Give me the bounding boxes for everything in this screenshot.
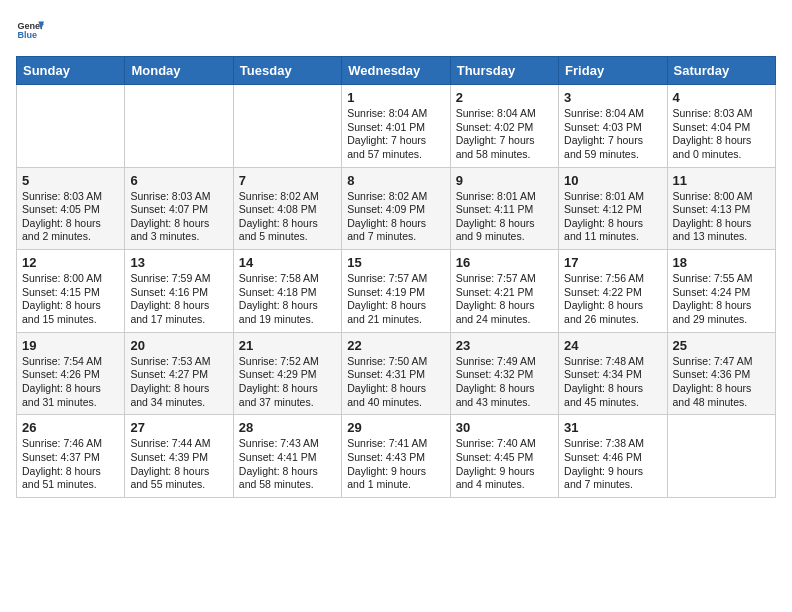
- cell-content: Sunset: 4:21 PM: [456, 286, 553, 300]
- calendar-cell: 3Sunrise: 8:04 AMSunset: 4:03 PMDaylight…: [559, 85, 667, 168]
- cell-content: Daylight: 8 hours and 11 minutes.: [564, 217, 661, 244]
- day-number: 11: [673, 173, 770, 188]
- calendar-cell: 21Sunrise: 7:52 AMSunset: 4:29 PMDayligh…: [233, 332, 341, 415]
- day-number: 7: [239, 173, 336, 188]
- day-number: 22: [347, 338, 444, 353]
- calendar-cell: [125, 85, 233, 168]
- cell-content: Sunset: 4:29 PM: [239, 368, 336, 382]
- calendar-day-header: Wednesday: [342, 57, 450, 85]
- cell-content: Daylight: 8 hours and 29 minutes.: [673, 299, 770, 326]
- calendar-cell: 25Sunrise: 7:47 AMSunset: 4:36 PMDayligh…: [667, 332, 775, 415]
- cell-content: Sunrise: 8:03 AM: [130, 190, 227, 204]
- cell-content: Sunset: 4:31 PM: [347, 368, 444, 382]
- calendar-cell: 8Sunrise: 8:02 AMSunset: 4:09 PMDaylight…: [342, 167, 450, 250]
- cell-content: Sunrise: 8:03 AM: [673, 107, 770, 121]
- cell-content: Daylight: 8 hours and 34 minutes.: [130, 382, 227, 409]
- calendar-cell: 10Sunrise: 8:01 AMSunset: 4:12 PMDayligh…: [559, 167, 667, 250]
- cell-content: Daylight: 8 hours and 37 minutes.: [239, 382, 336, 409]
- day-number: 31: [564, 420, 661, 435]
- calendar-cell: 22Sunrise: 7:50 AMSunset: 4:31 PMDayligh…: [342, 332, 450, 415]
- cell-content: Sunrise: 7:40 AM: [456, 437, 553, 451]
- page-header: General Blue: [16, 16, 776, 44]
- cell-content: Sunset: 4:12 PM: [564, 203, 661, 217]
- calendar-cell: 14Sunrise: 7:58 AMSunset: 4:18 PMDayligh…: [233, 250, 341, 333]
- cell-content: Daylight: 8 hours and 58 minutes.: [239, 465, 336, 492]
- cell-content: Daylight: 9 hours and 7 minutes.: [564, 465, 661, 492]
- cell-content: Sunset: 4:39 PM: [130, 451, 227, 465]
- day-number: 15: [347, 255, 444, 270]
- cell-content: Sunset: 4:26 PM: [22, 368, 119, 382]
- calendar-day-header: Sunday: [17, 57, 125, 85]
- cell-content: Sunset: 4:03 PM: [564, 121, 661, 135]
- cell-content: Sunset: 4:19 PM: [347, 286, 444, 300]
- calendar-cell: 19Sunrise: 7:54 AMSunset: 4:26 PMDayligh…: [17, 332, 125, 415]
- calendar-day-header: Saturday: [667, 57, 775, 85]
- cell-content: Daylight: 7 hours and 57 minutes.: [347, 134, 444, 161]
- calendar-day-header: Tuesday: [233, 57, 341, 85]
- calendar-cell: 23Sunrise: 7:49 AMSunset: 4:32 PMDayligh…: [450, 332, 558, 415]
- calendar-week-row: 12Sunrise: 8:00 AMSunset: 4:15 PMDayligh…: [17, 250, 776, 333]
- cell-content: Sunrise: 7:55 AM: [673, 272, 770, 286]
- cell-content: Sunset: 4:02 PM: [456, 121, 553, 135]
- calendar-cell: [667, 415, 775, 498]
- calendar-cell: 26Sunrise: 7:46 AMSunset: 4:37 PMDayligh…: [17, 415, 125, 498]
- calendar-cell: 7Sunrise: 8:02 AMSunset: 4:08 PMDaylight…: [233, 167, 341, 250]
- cell-content: Daylight: 8 hours and 19 minutes.: [239, 299, 336, 326]
- cell-content: Sunset: 4:05 PM: [22, 203, 119, 217]
- day-number: 8: [347, 173, 444, 188]
- cell-content: Daylight: 8 hours and 13 minutes.: [673, 217, 770, 244]
- calendar-day-header: Friday: [559, 57, 667, 85]
- day-number: 6: [130, 173, 227, 188]
- calendar-cell: 24Sunrise: 7:48 AMSunset: 4:34 PMDayligh…: [559, 332, 667, 415]
- calendar-week-row: 26Sunrise: 7:46 AMSunset: 4:37 PMDayligh…: [17, 415, 776, 498]
- calendar-day-header: Monday: [125, 57, 233, 85]
- day-number: 12: [22, 255, 119, 270]
- cell-content: Sunrise: 7:44 AM: [130, 437, 227, 451]
- cell-content: Sunrise: 7:58 AM: [239, 272, 336, 286]
- cell-content: Daylight: 9 hours and 1 minute.: [347, 465, 444, 492]
- cell-content: Sunset: 4:37 PM: [22, 451, 119, 465]
- cell-content: Sunset: 4:46 PM: [564, 451, 661, 465]
- calendar-cell: 17Sunrise: 7:56 AMSunset: 4:22 PMDayligh…: [559, 250, 667, 333]
- cell-content: Daylight: 8 hours and 2 minutes.: [22, 217, 119, 244]
- cell-content: Sunrise: 7:49 AM: [456, 355, 553, 369]
- cell-content: Sunrise: 7:50 AM: [347, 355, 444, 369]
- cell-content: Sunset: 4:36 PM: [673, 368, 770, 382]
- calendar-cell: [17, 85, 125, 168]
- cell-content: Daylight: 8 hours and 43 minutes.: [456, 382, 553, 409]
- cell-content: Daylight: 8 hours and 3 minutes.: [130, 217, 227, 244]
- day-number: 27: [130, 420, 227, 435]
- day-number: 9: [456, 173, 553, 188]
- cell-content: Sunset: 4:32 PM: [456, 368, 553, 382]
- cell-content: Sunrise: 8:00 AM: [22, 272, 119, 286]
- cell-content: Sunset: 4:45 PM: [456, 451, 553, 465]
- calendar-cell: 30Sunrise: 7:40 AMSunset: 4:45 PMDayligh…: [450, 415, 558, 498]
- cell-content: Sunrise: 7:47 AM: [673, 355, 770, 369]
- day-number: 25: [673, 338, 770, 353]
- cell-content: Sunrise: 8:00 AM: [673, 190, 770, 204]
- calendar-table: SundayMondayTuesdayWednesdayThursdayFrid…: [16, 56, 776, 498]
- logo: General Blue: [16, 16, 44, 44]
- day-number: 4: [673, 90, 770, 105]
- cell-content: Sunset: 4:04 PM: [673, 121, 770, 135]
- calendar-cell: 27Sunrise: 7:44 AMSunset: 4:39 PMDayligh…: [125, 415, 233, 498]
- cell-content: Sunset: 4:18 PM: [239, 286, 336, 300]
- cell-content: Sunset: 4:22 PM: [564, 286, 661, 300]
- cell-content: Daylight: 7 hours and 58 minutes.: [456, 134, 553, 161]
- calendar-cell: 31Sunrise: 7:38 AMSunset: 4:46 PMDayligh…: [559, 415, 667, 498]
- day-number: 20: [130, 338, 227, 353]
- cell-content: Daylight: 8 hours and 7 minutes.: [347, 217, 444, 244]
- cell-content: Sunset: 4:24 PM: [673, 286, 770, 300]
- cell-content: Daylight: 8 hours and 31 minutes.: [22, 382, 119, 409]
- day-number: 14: [239, 255, 336, 270]
- calendar-cell: 9Sunrise: 8:01 AMSunset: 4:11 PMDaylight…: [450, 167, 558, 250]
- cell-content: Sunset: 4:08 PM: [239, 203, 336, 217]
- day-number: 30: [456, 420, 553, 435]
- cell-content: Sunrise: 7:57 AM: [347, 272, 444, 286]
- cell-content: Sunrise: 7:52 AM: [239, 355, 336, 369]
- cell-content: Sunrise: 8:02 AM: [347, 190, 444, 204]
- cell-content: Sunrise: 7:48 AM: [564, 355, 661, 369]
- cell-content: Daylight: 8 hours and 21 minutes.: [347, 299, 444, 326]
- cell-content: Sunrise: 7:57 AM: [456, 272, 553, 286]
- cell-content: Sunrise: 7:56 AM: [564, 272, 661, 286]
